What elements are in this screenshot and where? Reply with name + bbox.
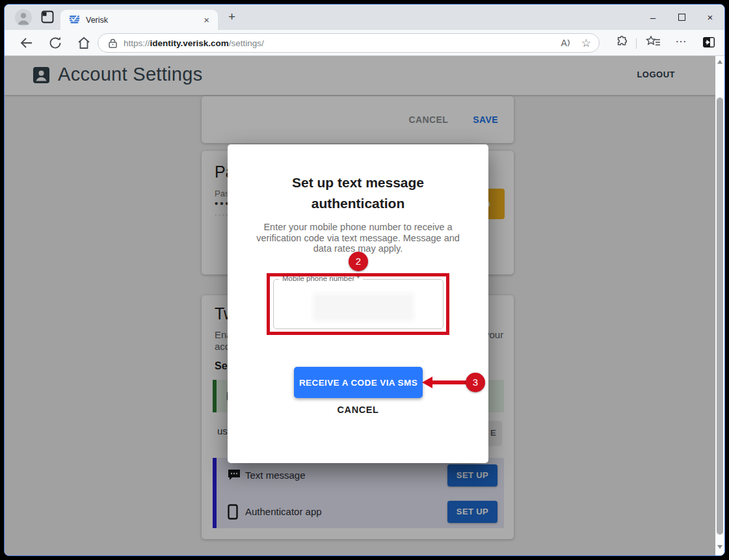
- new-tab-button[interactable]: +: [228, 10, 235, 24]
- dialog-title: Set up text message authentication: [228, 172, 488, 214]
- refresh-icon[interactable]: [47, 35, 63, 51]
- extensions-icon[interactable]: [615, 35, 631, 51]
- profile-avatar-icon[interactable]: [15, 9, 32, 26]
- maximize-button[interactable]: [667, 12, 696, 23]
- annotation-highlight-box: [267, 273, 449, 335]
- minimize-button[interactable]: –: [639, 12, 667, 23]
- tab-close-icon[interactable]: ×: [202, 14, 211, 25]
- close-button[interactable]: ×: [696, 12, 724, 23]
- annotation-step-3-badge: 3: [466, 373, 485, 392]
- url-text: https://identity.verisk.com/settings/: [124, 38, 551, 48]
- annotation-arrowhead-icon: [422, 377, 432, 388]
- sidebar-toggle-icon[interactable]: [702, 35, 717, 51]
- maximize-icon: [678, 14, 685, 21]
- browser-tab[interactable]: Verisk ×: [60, 10, 218, 30]
- url-path: /settings/: [229, 38, 264, 48]
- scrollbar-down-icon[interactable]: [717, 545, 722, 549]
- dialog-title-line2: authentication: [228, 193, 488, 214]
- annotation-arrow: [432, 380, 468, 384]
- page-scrollbar[interactable]: [715, 56, 724, 555]
- address-bar[interactable]: https://identity.verisk.com/settings/ A …: [98, 33, 600, 53]
- read-aloud-icon[interactable]: A: [561, 38, 572, 48]
- browser-window: Verisk × + – × https://identity.verisk.c…: [4, 4, 725, 556]
- tab-title: Verisk: [86, 16, 202, 25]
- sms-setup-dialog: Set up text message authentication Enter…: [228, 144, 488, 463]
- web-page: Account Settings LOGOUT CANCEL SAVE Pa P…: [5, 56, 724, 555]
- dialog-description: Enter your mobile phone number to receiv…: [247, 222, 469, 254]
- tab-strip: Verisk × + – ×: [5, 5, 724, 30]
- favorites-bar-icon[interactable]: [646, 35, 661, 51]
- toolbar-divider: [636, 38, 637, 49]
- window-controls: – ×: [639, 5, 724, 29]
- browser-toolbar: https://identity.verisk.com/settings/ A …: [5, 30, 724, 56]
- dialog-title-line1: Set up text message: [228, 172, 488, 193]
- lock-icon: [109, 38, 117, 48]
- scrollbar-up-icon[interactable]: [717, 60, 722, 64]
- more-menu-icon[interactable]: …: [675, 32, 691, 47]
- receive-code-via-sms-button[interactable]: RECEIVE A CODE VIA SMS: [294, 367, 423, 398]
- annotation-step-2-badge: 2: [349, 252, 368, 271]
- verisk-favicon-icon: [69, 14, 80, 25]
- home-icon[interactable]: [76, 35, 92, 51]
- url-scheme: https://: [124, 38, 150, 48]
- back-icon[interactable]: [19, 35, 34, 51]
- scrollbar-thumb[interactable]: [717, 98, 723, 535]
- dialog-cancel-button[interactable]: CANCEL: [228, 405, 488, 415]
- url-host: identity.verisk.com: [150, 38, 229, 48]
- favorite-star-icon[interactable]: ☆: [581, 36, 591, 50]
- tab-actions-icon[interactable]: [41, 10, 54, 23]
